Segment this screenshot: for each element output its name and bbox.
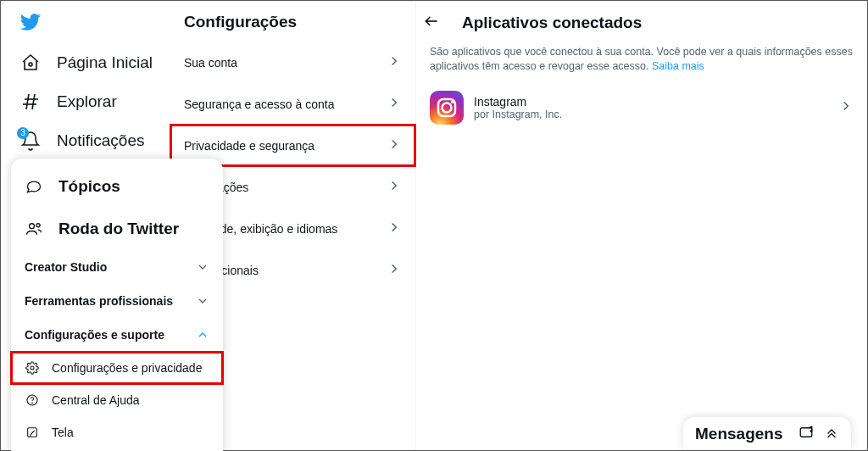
- svg-line-3: [26, 94, 29, 109]
- more-display[interactable]: Tela: [11, 416, 223, 448]
- compose-message-icon[interactable]: [798, 425, 814, 443]
- settings-detail: Aplicativos conectados São aplicativos q…: [416, 1, 867, 450]
- chevron-right-icon: [387, 178, 402, 196]
- expand-messages-icon[interactable]: [824, 425, 839, 443]
- more-label: Tela: [52, 426, 74, 439]
- more-label: Configurações e privacidade: [52, 361, 202, 375]
- svg-rect-22: [800, 427, 812, 437]
- nav-label: Página Inicial: [57, 53, 153, 72]
- svg-point-0: [29, 63, 32, 66]
- more-topics[interactable]: Tópicos: [11, 165, 223, 208]
- more-label: Tópicos: [58, 177, 120, 196]
- more-help[interactable]: Central de Ajuda: [11, 384, 223, 416]
- svg-line-4: [32, 94, 35, 109]
- nav-label: Explorar: [57, 92, 117, 111]
- back-button[interactable]: [423, 13, 440, 33]
- settings-title: Configurações: [170, 13, 415, 42]
- svg-point-9: [32, 403, 33, 404]
- nav-label: Notificações: [57, 131, 145, 150]
- settings-item-label: Segurança e acesso à conta: [184, 97, 334, 111]
- settings-item-account[interactable]: Sua conta: [170, 42, 415, 83]
- settings-item-security[interactable]: Segurança e acesso à conta: [170, 83, 415, 125]
- hash-icon: [19, 91, 42, 113]
- nav-explore[interactable]: Explorar: [1, 82, 170, 121]
- messages-drawer[interactable]: Mensagens: [682, 416, 852, 450]
- help-icon: [25, 393, 40, 408]
- chevron-down-icon: [196, 294, 209, 308]
- primary-nav: Página Inicial Explorar 3 Notificações: [1, 1, 170, 450]
- more-label: Configurações e suporte: [25, 328, 164, 342]
- more-circle[interactable]: Roda do Twitter: [11, 208, 223, 250]
- home-icon: [19, 52, 42, 74]
- app-name: Instagram: [474, 95, 828, 109]
- learn-more-link[interactable]: Saiba mais: [652, 60, 704, 72]
- more-menu-panel: Tópicos Roda do Twitter Creator Studio: [11, 159, 223, 451]
- svg-point-7: [31, 366, 34, 370]
- chevron-right-icon: [387, 261, 402, 279]
- svg-point-21: [451, 101, 453, 103]
- settings-item-label: Sua conta: [184, 56, 237, 70]
- more-label: Creator Studio: [25, 260, 107, 274]
- chevron-right-icon: [387, 136, 402, 154]
- messages-label: Mensagens: [695, 425, 782, 443]
- connected-app-instagram[interactable]: Instagram por Instagram, Inc.: [416, 84, 867, 131]
- settings-item-label: Privacidade e segurança: [184, 139, 314, 153]
- chevron-up-icon: [196, 328, 209, 342]
- svg-rect-18: [430, 91, 464, 125]
- twitter-logo[interactable]: [1, 11, 170, 43]
- more-creator-studio[interactable]: Creator Studio: [11, 250, 223, 284]
- chevron-right-icon: [387, 95, 402, 113]
- circle-icon: [25, 220, 43, 238]
- display-icon: [25, 425, 40, 440]
- more-pro-tools[interactable]: Ferramentas profissionais: [11, 284, 223, 318]
- chevron-down-icon: [196, 260, 209, 274]
- chevron-right-icon: [387, 220, 402, 237]
- notification-badge: 3: [17, 127, 29, 139]
- more-settings-privacy[interactable]: Configurações e privacidade: [11, 352, 223, 384]
- more-label: Roda do Twitter: [58, 220, 179, 238]
- nav-notifications[interactable]: 3 Notificações: [1, 121, 170, 160]
- svg-point-6: [36, 224, 40, 227]
- more-label: Central de Ajuda: [52, 393, 140, 407]
- svg-point-5: [30, 224, 35, 229]
- detail-description: São aplicativos que você conectou à sua …: [416, 40, 867, 84]
- nav-home[interactable]: Página Inicial: [1, 43, 170, 82]
- detail-title: Aplicativos conectados: [462, 14, 642, 32]
- more-settings-support[interactable]: Configurações e suporte: [11, 318, 223, 352]
- app-by: por Instagram, Inc.: [474, 109, 828, 120]
- topics-icon: [25, 177, 43, 196]
- bell-icon: 3: [19, 130, 42, 152]
- gear-icon: [25, 360, 40, 376]
- chevron-right-icon: [838, 98, 854, 117]
- instagram-icon: [430, 91, 464, 125]
- chevron-right-icon: [387, 53, 402, 71]
- more-label: Ferramentas profissionais: [25, 294, 173, 308]
